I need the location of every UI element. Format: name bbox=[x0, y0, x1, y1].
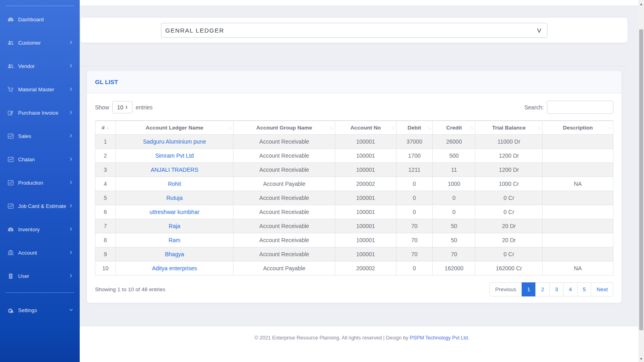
chevron-right-icon bbox=[69, 40, 73, 46]
column-header-group-name[interactable]: Account Group Name↑↓ bbox=[233, 121, 335, 135]
credit-cell: 50 bbox=[433, 233, 475, 247]
ledger-name-cell: Raja bbox=[116, 219, 233, 233]
pagination-next-button[interactable]: Next bbox=[591, 282, 613, 296]
index-cell: 4 bbox=[95, 177, 116, 191]
debit-cell: 0 bbox=[396, 261, 433, 276]
credit-cell: 1000 bbox=[433, 177, 475, 191]
group-name-cell: Account Receivable bbox=[233, 191, 335, 205]
pspm-technology-link[interactable]: PSPM Technology Pvt Ltd. bbox=[410, 335, 469, 341]
credit-cell: 26000 bbox=[433, 135, 475, 149]
ledger-link[interactable]: Simram Pvt Ltd bbox=[155, 152, 194, 159]
pagination-page-3-button[interactable]: 3 bbox=[549, 282, 564, 296]
column-header-index[interactable]: #↑↓ bbox=[95, 121, 116, 135]
report-type-select[interactable]: GENRAL LEDGER V bbox=[161, 23, 547, 38]
table-row: 8RamAccount Receivable100001705020 Dr bbox=[95, 233, 613, 247]
group-name-cell: Account Receivable bbox=[233, 135, 335, 149]
pagination-page-1-button[interactable]: 1 bbox=[522, 282, 536, 296]
ledger-link[interactable]: Rutuja bbox=[166, 195, 182, 201]
sidebar-item-inventory[interactable]: Inventory bbox=[0, 218, 80, 241]
chevron-right-icon bbox=[69, 273, 73, 279]
chevron-right-icon bbox=[69, 63, 73, 69]
sidebar-item-user[interactable]: User bbox=[0, 264, 80, 288]
search-input[interactable] bbox=[547, 101, 613, 114]
sidebar-item-settings[interactable]: Settings bbox=[0, 298, 80, 322]
column-header-description[interactable]: Description↑↓ bbox=[543, 121, 613, 135]
group-name-cell: Account Receivable bbox=[233, 247, 335, 261]
column-header-ledger-name[interactable]: Account Ledger Name↑↓ bbox=[116, 121, 233, 135]
chevron-right-icon bbox=[69, 203, 73, 209]
scrollbar-track[interactable] bbox=[638, 7, 644, 356]
sidebar-item-dashboard[interactable]: Dashboard bbox=[0, 8, 80, 31]
pagination-page-4-button[interactable]: 4 bbox=[563, 282, 578, 296]
scroll-down-arrow-icon[interactable]: ▼ bbox=[638, 356, 644, 362]
group-name-cell: Account Payable bbox=[233, 261, 335, 276]
account-no-cell: 100001 bbox=[335, 191, 396, 205]
column-header-credit[interactable]: Credit↑↓ bbox=[433, 121, 475, 135]
ledger-link[interactable]: Ram bbox=[169, 237, 181, 243]
debit-cell: 0 bbox=[396, 205, 433, 219]
users-icon bbox=[6, 62, 14, 70]
column-header-debit[interactable]: Debit↑↓ bbox=[396, 121, 433, 135]
description-cell bbox=[543, 149, 613, 163]
group-name-cell: Account Receivable bbox=[233, 149, 335, 163]
sidebar-item-label: Dashboard bbox=[18, 16, 73, 23]
description-cell bbox=[543, 135, 613, 149]
ledger-link[interactable]: Raja bbox=[169, 223, 180, 229]
sidebar-item-label: Inventory bbox=[18, 226, 69, 232]
table-row: 9BhagyaAccount Receivable10000170700 Cr bbox=[95, 247, 613, 261]
trial-balance-cell: 0 Cr bbox=[475, 247, 543, 261]
page-size-select[interactable]: 10 ▲▼ bbox=[112, 101, 132, 113]
sidebar-item-label: Account bbox=[18, 250, 69, 256]
ledger-link[interactable]: Aditya enterprises bbox=[152, 265, 197, 272]
description-cell bbox=[543, 163, 613, 177]
chevron-right-icon bbox=[69, 133, 73, 139]
chevron-down-icon bbox=[69, 307, 73, 313]
column-header-account-no[interactable]: Account No↑↓ bbox=[335, 121, 396, 135]
trial-balance-cell: 1200 Dr bbox=[475, 163, 543, 177]
account-no-cell: 200002 bbox=[335, 261, 396, 276]
table-header-row: #↑↓ Account Ledger Name↑↓ Account Group … bbox=[95, 121, 613, 135]
sidebar-item-job-card-estimate[interactable]: Job Card & Estimate bbox=[0, 194, 80, 218]
pagination-page-2-button[interactable]: 2 bbox=[535, 282, 550, 296]
sidebar-item-purchase-invoice[interactable]: Purchase Invoice bbox=[0, 101, 80, 124]
sidebar-item-material-master[interactable]: Material Master bbox=[0, 78, 80, 101]
edit-icon bbox=[6, 109, 14, 116]
index-cell: 3 bbox=[95, 163, 116, 177]
sidebar-item-label: Production bbox=[18, 180, 69, 186]
sidebar-item-production[interactable]: Production bbox=[0, 171, 80, 194]
sidebar-item-sales[interactable]: Sales bbox=[0, 124, 80, 148]
ledger-link[interactable]: ANJALI TRADERS bbox=[151, 167, 198, 173]
sidebar-item-account[interactable]: Account bbox=[0, 241, 80, 264]
pagination-page-5-button[interactable]: 5 bbox=[577, 282, 592, 296]
description-cell: NA bbox=[543, 177, 613, 191]
sidebar-item-vendor[interactable]: Vendor bbox=[0, 54, 80, 78]
sort-icon: ↑↓ bbox=[106, 126, 109, 130]
sidebar: Dashboard Customer Vendor Material Maste… bbox=[0, 0, 80, 362]
ledger-link[interactable]: Rohit bbox=[168, 181, 181, 187]
table-row: 7RajaAccount Receivable100001705020 Dr bbox=[95, 219, 613, 233]
sort-icon: ↑↓ bbox=[330, 126, 333, 130]
group-name-cell: Account Payable bbox=[233, 177, 335, 191]
ledger-name-cell: ANJALI TRADERS bbox=[116, 163, 233, 177]
pagination-previous-button[interactable]: Previous bbox=[489, 282, 522, 296]
sidebar-item-customer[interactable]: Customer bbox=[0, 31, 80, 54]
debit-cell: 70 bbox=[396, 219, 433, 233]
gauge-icon bbox=[6, 226, 14, 233]
ledger-link[interactable]: Bhagya bbox=[165, 251, 184, 257]
scrollbar-thumb[interactable] bbox=[639, 29, 643, 330]
ledger-link[interactable]: Sadguru Aluminium pune bbox=[143, 138, 206, 145]
table-row: 2Simram Pvt LtdAccount Receivable1000011… bbox=[95, 149, 613, 163]
chart-icon bbox=[6, 202, 14, 210]
credit-cell: 70 bbox=[433, 247, 475, 261]
ledger-name-cell: Aditya enterprises bbox=[116, 261, 233, 276]
column-header-trial-balance[interactable]: Trial Balance↑↓ bbox=[475, 121, 543, 135]
account-no-cell: 100001 bbox=[335, 149, 396, 163]
report-type-selected-value: GENRAL LEDGER bbox=[165, 27, 224, 34]
ledger-link[interactable]: uttreshwar kumbhar bbox=[150, 209, 200, 215]
sidebar-item-chalan[interactable]: Chalan bbox=[0, 148, 80, 171]
trial-balance-cell: 0 Cr bbox=[475, 205, 543, 219]
account-no-cell: 100001 bbox=[335, 219, 396, 233]
scroll-up-arrow-icon[interactable]: ▲ bbox=[638, 1, 644, 7]
table-row: 6uttreshwar kumbharAccount Receivable100… bbox=[95, 205, 613, 219]
sidebar-item-label: Material Master bbox=[18, 86, 69, 93]
